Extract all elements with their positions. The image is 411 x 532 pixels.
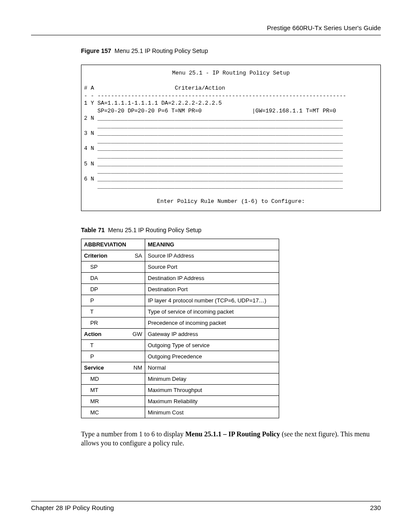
cell-abbreviation: T: [81, 306, 145, 317]
table-header-row: ABBREVIATION MEANING: [81, 239, 279, 250]
table-row: MDMinimum Delay: [81, 373, 279, 384]
cell-abbreviation: ActionGW: [81, 328, 145, 339]
menu-row-1a: 1 Y SA=1.1.1.1-1.1.1.1 DA=2.2.2.2-2.2.2.…: [84, 100, 222, 106]
menu-row-5: 5 N ____________________________________…: [84, 161, 343, 167]
table-label: Table 71: [81, 227, 105, 233]
table-caption: Table 71 Menu 25.1 IP Routing Policy Set…: [81, 227, 381, 233]
table-row: TOutgoing Type of service: [81, 339, 279, 351]
cell-abbreviation: P: [81, 351, 145, 362]
figure-title: Menu 25.1 IP Routing Policy Setup: [115, 47, 208, 54]
figure-caption: Figure 157 Menu 25.1 IP Routing Policy S…: [81, 47, 381, 54]
cell-abbreviation: P: [81, 295, 145, 306]
cell-abbreviation: SP: [81, 261, 145, 272]
abbreviation-table: ABBREVIATION MEANING CriterionSASource I…: [81, 239, 279, 418]
cell-meaning: Type of service of incoming packet: [145, 306, 279, 317]
table-row: PRPrecedence of incoming packet: [81, 317, 279, 328]
cell-meaning: Destination Port: [145, 283, 279, 295]
menu-row-6: 6 N ____________________________________…: [84, 176, 343, 182]
menu-title: Menu 25.1 - IP Routing Policy Setup: [84, 69, 378, 77]
th-meaning: MEANING: [145, 239, 279, 250]
header-guide-title: Prestige 660RU-Tx Series User's Guide: [31, 24, 381, 31]
menu-row-pad: ________________________________________…: [84, 183, 343, 190]
cell-meaning: Normal: [145, 362, 279, 373]
footer-chapter: Chapter 28 IP Policy Routing: [31, 504, 114, 511]
table-row: CriterionSASource IP Address: [81, 250, 279, 261]
menu-row-3: 3 N ____________________________________…: [84, 130, 343, 137]
cell-abbreviation: DP: [81, 283, 145, 295]
table-row: ActionGWGateway IP address: [81, 328, 279, 339]
cell-abbreviation: CriterionSA: [81, 250, 145, 261]
content-area: Figure 157 Menu 25.1 IP Routing Policy S…: [81, 47, 381, 448]
terminal-menu-box: Menu 25.1 - IP Routing Policy Setup # A …: [81, 65, 381, 211]
menu-prompt: Enter Policy Rule Number (1-6) to Config…: [84, 198, 378, 205]
cell-meaning: Maximum Reliability: [145, 395, 279, 407]
body-paragraph: Type a number from 1 to 6 to display Men…: [81, 429, 381, 448]
cell-abbreviation: MR: [81, 395, 145, 407]
footer: Chapter 28 IP Policy Routing 230: [31, 501, 381, 511]
table-row: MRMaximum Reliability: [81, 395, 279, 407]
paragraph-pre: Type a number from 1 to 6 to display: [81, 430, 185, 438]
table-title: Menu 25.1 IP Routing Policy Setup: [108, 227, 202, 233]
table-row: TType of service of incoming packet: [81, 306, 279, 317]
cell-abbreviation: DA: [81, 272, 145, 283]
menu-row-4: 4 N ____________________________________…: [84, 145, 343, 152]
cell-meaning: Source IP Address: [145, 250, 279, 261]
cell-abbreviation: T: [81, 339, 145, 351]
page: Prestige 660RU-Tx Series User's Guide Fi…: [0, 0, 411, 532]
table-row: MCMinimum Cost: [81, 407, 279, 418]
cell-meaning: Gateway IP address: [145, 328, 279, 339]
figure-label: Figure 157: [81, 47, 111, 54]
cell-abbreviation: MT: [81, 384, 145, 395]
header-rule: [31, 35, 381, 35]
table-row: ServiceNMNormal: [81, 362, 279, 373]
cell-meaning: Minimum Cost: [145, 407, 279, 418]
cell-meaning: Maximum Throughput: [145, 384, 279, 395]
menu-row-pad: ________________________________________…: [84, 168, 343, 174]
table-row: PIP layer 4 protocol number (TCP=6, UDP=…: [81, 295, 279, 306]
cell-meaning: Source Port: [145, 261, 279, 272]
cell-abbreviation: ServiceNM: [81, 362, 145, 373]
cell-meaning: Destination IP Address: [145, 272, 279, 283]
cell-meaning: Outgoing Precedence: [145, 351, 279, 362]
paragraph-bold: Menu 25.1.1 – IP Routing Policy: [185, 430, 280, 438]
menu-row-2: 2 N ____________________________________…: [84, 115, 343, 121]
menu-divider: - - ------------------------------------…: [84, 93, 346, 99]
table-row: DPDestination Port: [81, 283, 279, 295]
cell-abbreviation: MD: [81, 373, 145, 384]
cell-meaning: IP layer 4 protocol number (TCP=6, UDP=1…: [145, 295, 279, 306]
menu-col-header: # A Criteria/Action: [84, 85, 225, 91]
cell-meaning: Outgoing Type of service: [145, 339, 279, 351]
cell-abbreviation: MC: [81, 407, 145, 418]
menu-row-pad: ________________________________________…: [84, 138, 343, 144]
cell-meaning: Minimum Delay: [145, 373, 279, 384]
table-row: SPSource Port: [81, 261, 279, 272]
cell-meaning: Precedence of incoming packet: [145, 317, 279, 328]
cell-abbreviation: PR: [81, 317, 145, 328]
menu-row-pad: ________________________________________…: [84, 153, 343, 159]
footer-page-number: 230: [370, 504, 381, 511]
menu-row-1b: SP=20-20 DP=20-20 P=6 T=NM PR=0 |GW=192.…: [84, 108, 336, 114]
table-row: MTMaximum Throughput: [81, 384, 279, 395]
menu-row-pad: ________________________________________…: [84, 123, 343, 129]
footer-rule: [31, 501, 381, 501]
table-row: DADestination IP Address: [81, 272, 279, 283]
table-row: POutgoing Precedence: [81, 351, 279, 362]
th-abbreviation: ABBREVIATION: [81, 239, 145, 250]
